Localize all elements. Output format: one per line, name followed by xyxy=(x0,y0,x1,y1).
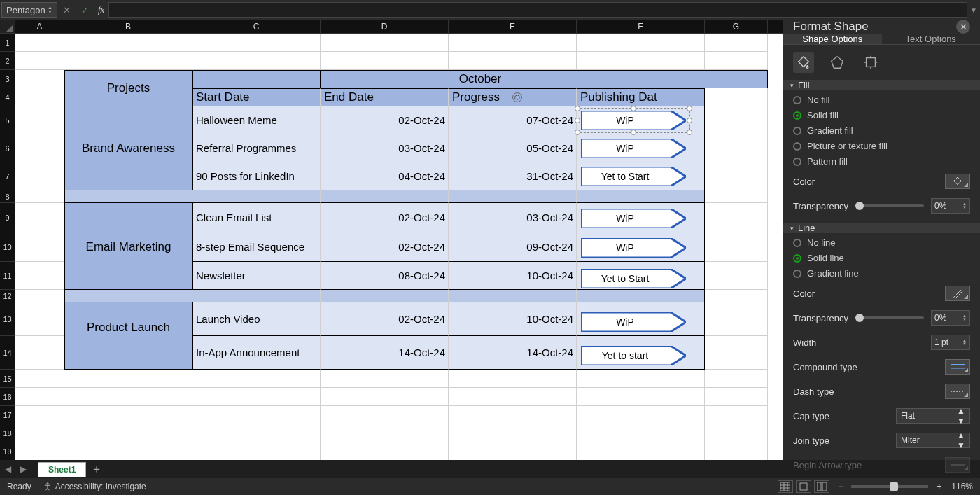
radio-solid-line[interactable]: Solid line xyxy=(793,253,970,263)
cell[interactable] xyxy=(192,370,321,388)
cell[interactable] xyxy=(15,88,64,106)
header-month[interactable] xyxy=(192,70,321,88)
header-end[interactable]: End Date xyxy=(321,88,449,106)
cancel-icon[interactable]: ✕ xyxy=(57,1,76,19)
cell[interactable] xyxy=(15,290,64,302)
radio-picture-fill[interactable]: Picture or texture fill xyxy=(793,141,970,151)
cell[interactable] xyxy=(192,190,321,203)
row-header[interactable]: 16 xyxy=(0,388,15,406)
name-box-stepper[interactable]: ▲▼ xyxy=(48,6,52,14)
tab-nav-next-icon[interactable]: ▶ xyxy=(15,461,31,477)
row-header[interactable]: 6 xyxy=(0,134,15,162)
header-start[interactable]: Start Date xyxy=(192,88,321,106)
cell[interactable] xyxy=(321,388,449,406)
effects-icon[interactable] xyxy=(827,52,848,73)
tab-text-options[interactable]: Text Options xyxy=(882,34,981,44)
cell[interactable] xyxy=(192,34,321,52)
header-progress[interactable]: Progress⬡ xyxy=(449,88,577,106)
fill-color-picker[interactable] xyxy=(945,174,970,189)
group-label[interactable]: Email Marketing xyxy=(64,232,192,262)
group-label[interactable] xyxy=(64,106,192,134)
cell[interactable] xyxy=(705,162,768,190)
cell[interactable] xyxy=(449,190,577,203)
row-header[interactable]: 2 xyxy=(0,52,15,70)
row-header[interactable]: 13 xyxy=(0,302,15,336)
cell[interactable] xyxy=(15,336,64,370)
cell[interactable] xyxy=(15,388,64,406)
cap-type-combo[interactable]: Flat▲▼ xyxy=(896,408,970,424)
cell[interactable] xyxy=(321,370,449,388)
select-all-corner[interactable] xyxy=(0,20,15,33)
row-header[interactable]: 17 xyxy=(0,406,15,424)
row-header[interactable]: 10 xyxy=(0,232,15,262)
cell[interactable] xyxy=(705,302,768,336)
cell[interactable] xyxy=(321,70,449,88)
view-page-break-icon[interactable] xyxy=(814,480,830,493)
tab-shape-options[interactable]: Shape Options xyxy=(783,34,882,44)
cell[interactable] xyxy=(15,190,64,203)
cell[interactable]: 31-Oct-24 xyxy=(449,162,577,190)
row-header[interactable]: 8 xyxy=(0,190,15,203)
cell[interactable] xyxy=(577,34,705,52)
cell[interactable]: 04-Oct-24 xyxy=(321,162,449,190)
cell[interactable] xyxy=(705,34,768,52)
cell[interactable] xyxy=(64,203,192,232)
col-header[interactable]: B xyxy=(64,20,192,33)
cell[interactable]: 02-Oct-24 xyxy=(321,302,449,336)
cell[interactable]: Halloween Meme xyxy=(192,106,321,134)
line-transparency-slider[interactable] xyxy=(855,316,924,319)
cell[interactable] xyxy=(64,442,192,460)
fill-transparency-slider[interactable] xyxy=(855,204,924,207)
cell[interactable] xyxy=(705,388,768,406)
dash-type-picker[interactable] xyxy=(945,384,970,399)
fill-line-icon[interactable] xyxy=(793,52,814,73)
col-header[interactable]: A xyxy=(15,20,64,33)
cell[interactable]: 02-Oct-24 xyxy=(321,232,449,262)
section-line-header[interactable]: ▾Line xyxy=(783,223,980,233)
line-color-picker[interactable] xyxy=(945,286,970,301)
cell[interactable] xyxy=(577,190,705,203)
cell[interactable] xyxy=(15,232,64,262)
cell[interactable] xyxy=(321,34,449,52)
cell[interactable]: 03-Oct-24 xyxy=(449,203,577,232)
cell[interactable] xyxy=(15,302,64,336)
line-width-input[interactable]: 1 pt▲▼ xyxy=(931,335,970,350)
cell[interactable]: 07-Oct-24 xyxy=(449,106,577,134)
cell[interactable] xyxy=(449,442,577,460)
cell[interactable] xyxy=(705,106,768,134)
cell[interactable] xyxy=(705,134,768,162)
cell[interactable] xyxy=(705,424,768,442)
group-label[interactable]: Brand Awareness xyxy=(64,134,192,162)
compound-type-picker[interactable] xyxy=(945,359,970,375)
row-header[interactable]: 9 xyxy=(0,203,15,232)
row-header[interactable]: 5 xyxy=(0,106,15,134)
cell[interactable] xyxy=(449,388,577,406)
cell[interactable]: In-App Announcement xyxy=(192,336,321,370)
spreadsheet-grid[interactable]: A B C D E F G 1 2 3 xyxy=(0,20,783,460)
cell[interactable] xyxy=(321,442,449,460)
cell[interactable] xyxy=(64,406,192,424)
cell[interactable] xyxy=(705,88,768,106)
cell[interactable] xyxy=(705,442,768,460)
row-header[interactable]: 14 xyxy=(0,336,15,370)
cell[interactable] xyxy=(64,88,192,106)
cell[interactable]: 8-step Email Sequence xyxy=(192,232,321,262)
join-type-combo[interactable]: Miter▲▼ xyxy=(896,433,970,448)
cell[interactable] xyxy=(64,370,192,388)
sheet-tab[interactable]: Sheet1 xyxy=(38,462,86,477)
formula-expand-icon[interactable]: ▼ xyxy=(967,6,980,14)
cell[interactable] xyxy=(577,290,705,302)
cell[interactable] xyxy=(449,370,577,388)
cell[interactable]: 08-Oct-24 xyxy=(321,262,449,290)
cell[interactable] xyxy=(15,370,64,388)
fx-label[interactable]: fx xyxy=(94,4,108,15)
cell[interactable] xyxy=(192,52,321,70)
cell[interactable] xyxy=(192,290,321,302)
cell[interactable]: 10-Oct-24 xyxy=(449,262,577,290)
close-icon[interactable]: ✕ xyxy=(956,20,970,34)
cell[interactable]: 14-Oct-24 xyxy=(449,336,577,370)
radio-gradient-fill[interactable]: Gradient fill xyxy=(793,125,970,136)
cell[interactable]: 14-Oct-24 xyxy=(321,336,449,370)
cell[interactable]: 02-Oct-24 xyxy=(321,203,449,232)
size-properties-icon[interactable] xyxy=(860,52,881,73)
